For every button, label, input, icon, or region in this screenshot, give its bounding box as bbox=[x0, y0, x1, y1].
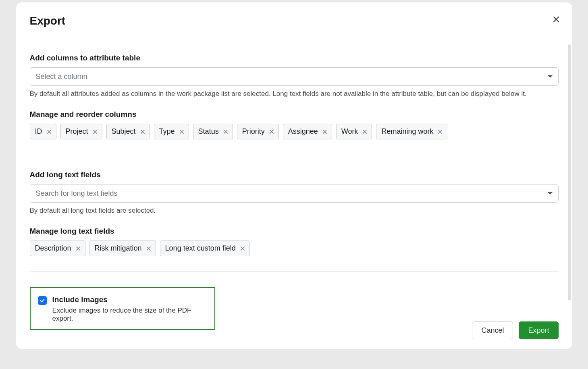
column-chip[interactable]: Work bbox=[336, 124, 372, 139]
chip-label: Risk mitigation bbox=[95, 244, 142, 253]
chip-label: Work bbox=[341, 127, 358, 136]
add-long-label: Add long text fields bbox=[30, 170, 559, 179]
add-columns-helper: By default all attributes added as colum… bbox=[30, 90, 559, 98]
chevron-down-icon bbox=[548, 192, 553, 195]
check-icon bbox=[39, 297, 46, 304]
chip-remove[interactable] bbox=[240, 246, 245, 251]
chip-label: Status bbox=[198, 127, 219, 136]
column-chip[interactable]: Risk mitigation bbox=[89, 240, 156, 256]
column-chip[interactable]: Project bbox=[60, 124, 102, 139]
chip-remove[interactable] bbox=[179, 129, 185, 135]
column-chip[interactable]: Remaining work bbox=[376, 124, 447, 139]
column-chip[interactable]: Description bbox=[30, 240, 85, 256]
close-icon bbox=[269, 129, 274, 135]
add-columns-placeholder: Select a column bbox=[36, 73, 87, 81]
manage-long-label: Manage long text fields bbox=[30, 227, 559, 236]
chip-remove[interactable] bbox=[46, 129, 52, 135]
close-icon bbox=[240, 246, 245, 251]
divider bbox=[30, 272, 559, 272]
chip-remove[interactable] bbox=[322, 129, 328, 135]
close-icon bbox=[179, 129, 185, 135]
chip-label: Priority bbox=[242, 127, 265, 136]
close-button[interactable] bbox=[552, 15, 560, 25]
modal-title: Export bbox=[30, 15, 559, 27]
chip-remove[interactable] bbox=[269, 129, 274, 135]
modal-footer: Cancel Export bbox=[472, 321, 558, 339]
chip-label: Assignee bbox=[288, 127, 318, 136]
add-long-select[interactable]: Search for long text fields bbox=[30, 184, 559, 203]
export-button[interactable]: Export bbox=[519, 321, 558, 339]
chip-label: Type bbox=[159, 127, 175, 136]
column-chip[interactable]: Status bbox=[193, 124, 233, 139]
include-images-text: Include images Exclude images to reduce … bbox=[52, 295, 207, 323]
chip-remove[interactable] bbox=[92, 129, 98, 135]
close-icon bbox=[92, 129, 98, 135]
divider bbox=[30, 155, 559, 155]
chip-label: Remaining work bbox=[381, 127, 433, 136]
include-images-description: Exclude images to reduce the size of the… bbox=[52, 307, 207, 323]
chip-remove[interactable] bbox=[140, 129, 145, 135]
manage-long-chips: DescriptionRisk mitigationLong text cust… bbox=[30, 240, 559, 256]
chip-remove[interactable] bbox=[146, 246, 152, 251]
add-long-placeholder: Search for long text fields bbox=[36, 189, 118, 198]
chevron-down-icon bbox=[548, 75, 553, 78]
column-chip[interactable]: Subject bbox=[106, 124, 150, 139]
close-icon bbox=[140, 129, 145, 135]
close-icon bbox=[322, 129, 328, 135]
manage-columns-label: Manage and reorder columns bbox=[30, 110, 559, 119]
add-columns-select[interactable]: Select a column bbox=[30, 67, 559, 86]
chip-remove[interactable] bbox=[362, 129, 368, 135]
column-chip[interactable]: Priority bbox=[237, 124, 279, 139]
include-images-option: Include images Exclude images to reduce … bbox=[30, 287, 215, 330]
column-chip[interactable]: Assignee bbox=[283, 124, 332, 139]
manage-columns-chips: IDProjectSubjectTypeStatusPriorityAssign… bbox=[30, 124, 559, 139]
column-chip[interactable]: Long text custom field bbox=[160, 240, 250, 256]
close-icon bbox=[552, 15, 560, 23]
add-long-helper: By default all long text fields are sele… bbox=[30, 207, 559, 215]
close-icon bbox=[437, 129, 443, 135]
scrollbar[interactable] bbox=[568, 44, 571, 301]
export-modal: Export Add columns to attribute table Se… bbox=[16, 2, 572, 349]
chip-remove[interactable] bbox=[75, 246, 81, 251]
chip-label: Description bbox=[35, 244, 71, 253]
close-icon bbox=[75, 246, 81, 251]
chip-remove[interactable] bbox=[223, 129, 229, 135]
add-columns-label: Add columns to attribute table bbox=[30, 54, 559, 62]
chip-remove[interactable] bbox=[437, 129, 443, 135]
close-icon bbox=[362, 129, 368, 135]
chip-label: Long text custom field bbox=[165, 244, 236, 253]
close-icon bbox=[146, 246, 152, 251]
chip-label: ID bbox=[35, 127, 42, 136]
include-images-label: Include images bbox=[52, 295, 207, 304]
chip-label: Subject bbox=[112, 127, 136, 136]
close-icon bbox=[223, 129, 229, 135]
chip-label: Project bbox=[66, 127, 88, 136]
divider bbox=[30, 38, 559, 38]
column-chip[interactable]: Type bbox=[154, 124, 189, 139]
include-images-checkbox[interactable] bbox=[38, 296, 47, 305]
close-icon bbox=[46, 129, 52, 135]
column-chip[interactable]: ID bbox=[30, 124, 56, 139]
cancel-button[interactable]: Cancel bbox=[472, 321, 513, 339]
